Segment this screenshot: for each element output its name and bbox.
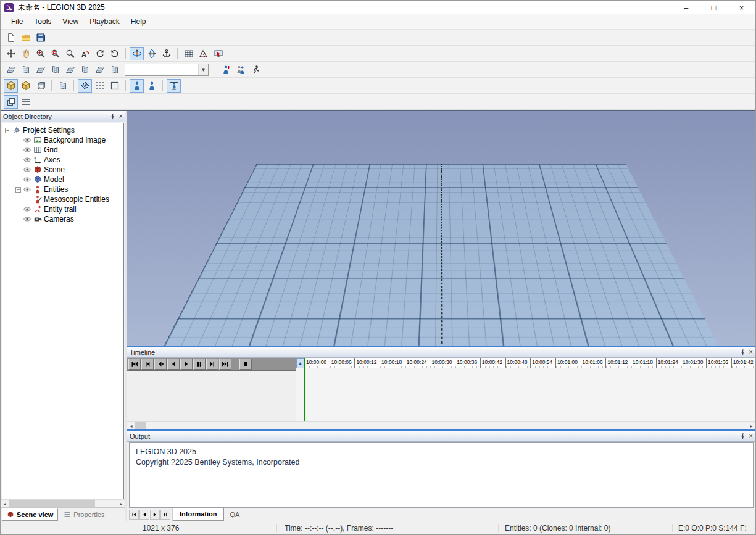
plane-front-button[interactable] [63, 63, 77, 77]
close-panel-icon[interactable]: × [749, 433, 753, 439]
tree-item[interactable]: − Entities [2, 185, 123, 194]
tree-expander[interactable] [15, 207, 21, 212]
menu-item[interactable]: Tools [28, 15, 57, 28]
close-panel-icon[interactable]: × [119, 113, 123, 120]
grid-display-button[interactable] [181, 47, 196, 60]
pin-icon[interactable] [109, 113, 116, 120]
visibility-eye-icon[interactable] [23, 185, 31, 194]
tree-expander[interactable] [15, 167, 21, 173]
output-first-button[interactable] [129, 510, 139, 520]
visibility-eye-icon[interactable] [23, 175, 31, 184]
measure-angle-button[interactable] [196, 47, 210, 60]
visibility-eye-icon[interactable] [23, 136, 31, 144]
skip-to-end-button[interactable] [219, 359, 231, 370]
preset-combobox[interactable]: ▾ [125, 64, 209, 76]
visibility-eye-icon[interactable] [23, 146, 31, 154]
minimize-button[interactable]: – [672, 1, 700, 14]
ground-plane-button[interactable] [56, 79, 70, 93]
tree-expander[interactable] [15, 147, 21, 153]
panel-tab[interactable]: Scene view [2, 508, 58, 521]
close-panel-icon[interactable]: × [749, 349, 753, 355]
menu-item[interactable]: View [57, 15, 84, 28]
scrollbar-thumb[interactable] [9, 500, 95, 507]
menu-item[interactable]: File [6, 15, 28, 28]
step-forward-button[interactable] [206, 359, 218, 370]
visibility-eye-icon[interactable] [23, 205, 31, 214]
show-outline-button[interactable] [107, 79, 122, 93]
output-tab[interactable]: Information [173, 508, 224, 521]
plane-custom-button[interactable] [107, 63, 122, 77]
pin-icon[interactable] [739, 433, 746, 439]
scrollbar-track[interactable] [95, 500, 117, 507]
timeline-track[interactable] [296, 368, 755, 421]
annotation-scale-button[interactable] [78, 47, 92, 60]
tree-expander[interactable] [15, 217, 21, 222]
chevron-down-icon[interactable]: ▾ [198, 64, 208, 75]
menu-item[interactable]: Help [125, 15, 152, 28]
play-button[interactable] [180, 359, 193, 370]
rotate-ccw-button[interactable] [93, 47, 107, 60]
play-backward-button[interactable] [167, 359, 180, 370]
scrollbar-track[interactable] [146, 422, 747, 429]
tree-expander[interactable]: − [15, 187, 21, 193]
pan-button[interactable] [4, 47, 18, 60]
menu-item[interactable]: Playback [84, 15, 125, 28]
output-last-button[interactable] [160, 510, 170, 520]
visibility-eye-icon[interactable] [23, 165, 31, 174]
step-back-button[interactable] [141, 359, 154, 370]
tree-item[interactable]: Mesoscopic Entities [2, 194, 123, 204]
hand-pan-button[interactable] [19, 47, 33, 60]
timeline-ruler[interactable]: 10:00:0010:00:0610:00:1210:00:1810:00:24… [304, 358, 755, 368]
maximize-button[interactable]: □ [700, 1, 728, 14]
shaded-view-button[interactable] [19, 79, 33, 93]
tree-item[interactable]: Entity trail [2, 204, 123, 214]
skip-to-start-button[interactable] [128, 359, 141, 370]
output-tab[interactable]: QA [224, 508, 247, 521]
tree-item[interactable]: Axes [2, 155, 123, 165]
show-points-button[interactable] [93, 79, 107, 93]
output-next-button[interactable] [150, 510, 160, 520]
scrollbar-thumb[interactable] [135, 422, 146, 429]
output-prev-button[interactable] [139, 510, 149, 520]
presentation-mode-button[interactable] [211, 47, 225, 60]
timeline-expand-button[interactable]: ▴ [296, 358, 304, 368]
wireframe-view-button[interactable] [33, 79, 48, 93]
tree-item[interactable]: Cameras [2, 214, 123, 224]
zoom-in-button[interactable] [33, 47, 48, 60]
orbit-button[interactable] [130, 47, 144, 60]
open-button[interactable] [19, 31, 33, 44]
rotate-cw-button[interactable] [107, 47, 122, 60]
plane-side-button[interactable] [78, 63, 92, 77]
visibility-eye-icon[interactable] [23, 156, 31, 164]
tree-item[interactable]: Grid [2, 145, 123, 155]
tree-expander[interactable] [15, 157, 21, 163]
solid-view-button[interactable] [4, 79, 18, 93]
scroll-right-icon[interactable]: ▸ [747, 422, 755, 429]
show-grid-button[interactable] [78, 79, 92, 93]
tree-item[interactable]: Scene [2, 165, 123, 175]
tree-item[interactable]: − Project Settings [2, 125, 123, 135]
scroll-right-icon[interactable]: ▸ [117, 500, 125, 507]
entity-pin-button[interactable] [218, 63, 233, 77]
plane-xy-button[interactable] [4, 63, 18, 77]
tree-item[interactable]: Background image [2, 135, 123, 145]
mesoscopic-view-button[interactable] [167, 79, 181, 93]
tree-horizontal-scrollbar[interactable]: ◂ ▸ [1, 499, 125, 507]
spin-button[interactable] [144, 47, 159, 60]
plane-top-button[interactable] [48, 63, 62, 77]
pin-icon[interactable] [739, 349, 746, 355]
panel-tab[interactable]: Properties [59, 508, 109, 521]
show-entities-button[interactable] [130, 79, 144, 93]
close-button[interactable]: × [728, 1, 755, 14]
tree-expander[interactable] [15, 138, 21, 143]
scroll-left-icon[interactable]: ◂ [1, 500, 9, 507]
tree-expander[interactable] [26, 197, 31, 202]
plane-xz-button[interactable] [19, 63, 33, 77]
layered-view-button[interactable] [4, 95, 18, 109]
visibility-eye-icon[interactable] [23, 215, 31, 223]
entity-style-button[interactable] [144, 79, 159, 93]
pause-button[interactable] [193, 359, 206, 370]
stop-button[interactable] [239, 359, 252, 370]
zoom-extents-button[interactable] [63, 47, 77, 60]
entity-analysis-button[interactable] [248, 63, 262, 77]
